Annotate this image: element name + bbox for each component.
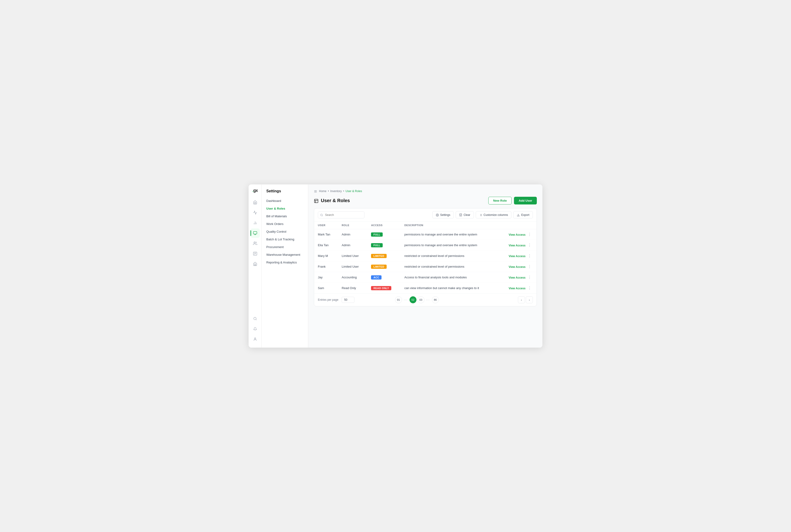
sidebar-item-batch-lot[interactable]: Batch & Lot Tracking [262,235,308,243]
customize-columns-button[interactable]: Customize columns [476,211,512,218]
export-label: Export [521,213,529,216]
nav-contacts-icon[interactable] [250,239,260,248]
customize-label: Customize columns [484,213,508,216]
cell-user-3: Frank [314,261,338,272]
export-icon [517,213,520,216]
cell-role-0: Admin [338,229,367,240]
page-title-text: User & Roles [321,198,350,203]
header-buttons: New Role Add User [488,197,537,205]
table-card: Settings Clear Customize columns [314,208,537,306]
settings-button[interactable]: Settings [432,211,454,218]
row-menu-0[interactable]: ⋮ [526,231,533,237]
sidebar-item-dashboard[interactable]: Dashboard [262,197,308,205]
sidebar-item-work-orders[interactable]: Work Orders [262,220,308,228]
svg-line-22 [322,216,322,216]
sidebar-item-warehouse[interactable]: Warehouse Management [262,251,308,259]
search-icon[interactable] [250,314,260,323]
access-badge-0: FULL [371,232,382,236]
cell-user-1: Elia Tan [314,240,338,251]
view-access-button-3[interactable]: View Access [509,265,525,269]
cell-role-3: Limited User [338,261,367,272]
cell-description-1: permissions to manage and oversee the en… [401,240,499,251]
breadcrumb-current: User & Roles [345,190,362,193]
breadcrumb-dot1: • [328,190,329,193]
breadcrumb-menu-icon [314,189,317,193]
cell-role-1: Admin [338,240,367,251]
new-role-button[interactable]: New Role [488,197,512,205]
nav-chart-icon[interactable] [250,218,260,228]
page-02-button[interactable]: 02 [410,296,416,303]
view-access-button-1[interactable]: View Access [509,244,525,247]
settings-sidebar-title: Settings [262,189,308,197]
logo-text: gx [253,188,258,193]
add-user-button[interactable]: Add User [514,197,537,205]
sidebar-item-user-roles[interactable]: User & Roles [262,205,308,212]
data-table: USER ROLE ACCESS DESCRIPTION Mark Tan Ad… [314,222,536,293]
table-toolbar: Settings Clear Customize columns [314,208,536,222]
sidebar-item-bom[interactable]: Bill of Materials [262,212,308,220]
view-access-button-2[interactable]: View Access [509,254,525,258]
table-row: Jay Accounting ACC Access to financial a… [314,272,536,283]
svg-point-23 [437,215,437,215]
cell-actions-3: View Access ⋮ [499,261,536,272]
page-title: User & Roles [314,198,350,203]
clear-button[interactable]: Clear [456,211,474,218]
main-content: Home • Inventory • User & Roles User & R… [308,185,542,347]
svg-rect-18 [315,199,318,203]
page-dots-1: ··· [403,298,409,301]
page-03-button[interactable]: 03 [417,296,425,303]
row-menu-2[interactable]: ⋮ [526,253,533,259]
user-profile-icon[interactable] [250,335,260,344]
nav-finance-icon[interactable] [250,259,260,269]
view-access-button-5[interactable]: View Access [509,287,525,290]
nav-orders-icon[interactable] [250,249,260,258]
table-row: Elia Tan Admin FULL permissions to manag… [314,240,536,251]
pagination-nav: ‹ › [518,296,533,303]
table-row: Sam Read Only READ ONLY can view informa… [314,283,536,293]
row-menu-1[interactable]: ⋮ [526,242,533,248]
view-access-button-0[interactable]: View Access [509,233,525,236]
access-badge-1: FULL [371,243,382,247]
cell-user-4: Jay [314,272,338,283]
page-86-button[interactable]: 86 [432,296,439,303]
svg-rect-11 [255,264,256,266]
breadcrumb-home[interactable]: Home [319,190,326,193]
sidebar-item-quality-control[interactable]: Quality Control [262,228,308,235]
export-button[interactable]: Export [513,211,533,218]
access-badge-2: LIMITED [371,254,387,258]
entries-label: Entries per page [318,298,338,301]
col-user: USER [314,222,338,229]
nav-inventory-icon[interactable] [250,228,260,238]
cell-role-5: Read Only [338,283,367,293]
svg-point-12 [254,317,256,320]
sidebar-item-procurement[interactable]: Procurement [262,243,308,251]
next-page-button[interactable]: › [526,296,533,303]
page-dots-2: ··· [425,298,431,301]
sidebar-item-reporting[interactable]: Reporting & Analaytics [262,259,308,266]
nav-activity-icon[interactable] [250,208,260,217]
bell-icon[interactable] [250,324,260,334]
row-menu-3[interactable]: ⋮ [526,264,533,269]
nav-home-icon[interactable] [250,198,260,207]
cell-role-4: Accounting [338,272,367,283]
view-access-button-4[interactable]: View Access [509,276,525,279]
svg-marker-24 [459,214,462,214]
svg-point-14 [255,338,256,339]
icon-sidebar: .gx [249,185,262,347]
access-badge-4: ACC [371,275,381,280]
table-row: Mary M Limited User LIMITED restricted o… [314,251,536,261]
row-menu-4[interactable]: ⋮ [526,274,533,280]
breadcrumb-dot2: • [343,190,344,193]
cell-access-3: LIMITED [367,261,401,272]
page-01-button[interactable]: 01 [395,296,402,303]
table-row: Frank Limited User LIMITED restricted or… [314,261,536,272]
entries-per-page-select[interactable]: 50 25 100 [342,297,355,303]
breadcrumb-section[interactable]: Inventory [330,190,342,193]
prev-page-button[interactable]: ‹ [518,296,525,303]
cell-actions-4: View Access ⋮ [499,272,536,283]
col-role: ROLE [338,222,367,229]
cell-description-4: Access to financial analysis tools and m… [401,272,499,283]
row-menu-5[interactable]: ⋮ [526,285,533,291]
search-input[interactable] [318,211,364,218]
svg-line-13 [256,319,257,320]
